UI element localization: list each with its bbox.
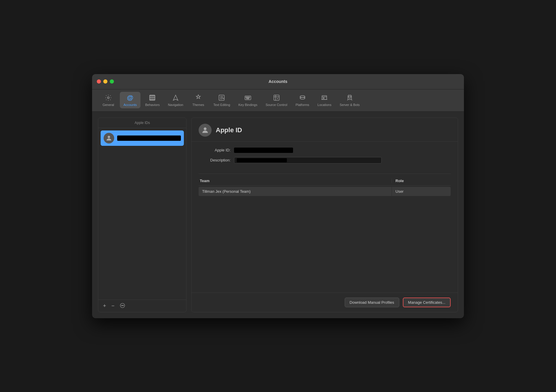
- traffic-lights: [97, 79, 114, 84]
- svg-rect-11: [246, 97, 247, 98]
- svg-rect-13: [249, 97, 250, 98]
- svg-rect-3: [150, 99, 155, 100]
- account-item[interactable]: [101, 130, 184, 146]
- description-field[interactable]: [234, 157, 382, 164]
- table-header: Team Role: [199, 179, 451, 186]
- tab-themes-label: Themes: [192, 103, 204, 107]
- svg-rect-15: [274, 95, 279, 100]
- svg-point-37: [122, 305, 123, 306]
- toolbar: General @ Accounts Behaviors: [92, 89, 464, 112]
- behaviors-icon: [148, 94, 156, 102]
- tab-text-editing-label: Text Editing: [213, 103, 230, 107]
- at-icon: @: [126, 94, 134, 102]
- title-bar: Accounts: [92, 74, 464, 89]
- svg-point-38: [123, 305, 124, 306]
- svg-rect-24: [323, 98, 324, 99]
- remove-account-button[interactable]: −: [110, 303, 116, 309]
- tab-key-bindings-label: Key Bindings: [238, 103, 257, 107]
- tab-source-control-label: Source Control: [266, 103, 287, 107]
- account-name-redacted: [117, 135, 181, 141]
- left-panel-header: Apple IDs: [98, 118, 186, 128]
- svg-point-27: [348, 96, 349, 97]
- svg-point-39: [204, 127, 206, 130]
- svg-point-36: [121, 305, 122, 306]
- svg-line-33: [351, 99, 352, 100]
- svg-point-19: [300, 97, 305, 99]
- tab-server-bots-label: Server & Bots: [340, 103, 360, 107]
- table-row[interactable]: Tillman Jex (Personal Team) User: [199, 187, 451, 196]
- locations-icon: [320, 94, 328, 102]
- panel-footer: + −: [98, 300, 186, 312]
- apple-id-title: Apple ID: [216, 126, 242, 134]
- svg-point-28: [350, 96, 351, 97]
- window-title: Accounts: [269, 79, 287, 84]
- description-row: Description:: [199, 157, 451, 164]
- avatar: [104, 133, 114, 143]
- svg-marker-5: [173, 95, 178, 100]
- apple-id-avatar: [199, 124, 212, 137]
- tab-platforms-label: Platforms: [295, 103, 309, 107]
- svg-rect-22: [322, 96, 327, 99]
- svg-point-0: [107, 97, 109, 99]
- manage-certificates-button[interactable]: Manage Certificates...: [403, 298, 451, 307]
- svg-line-32: [347, 99, 348, 100]
- tab-server-bots[interactable]: Server & Bots: [336, 92, 363, 108]
- svg-rect-26: [348, 95, 351, 99]
- svg-rect-2: [150, 97, 155, 98]
- tab-accounts-label: Accounts: [123, 103, 137, 107]
- more-options-button[interactable]: [119, 302, 126, 310]
- tab-platforms[interactable]: Platforms: [292, 92, 313, 108]
- cell-team: Tillman Jex (Personal Team): [199, 187, 392, 196]
- col-role-header: Role: [392, 179, 451, 183]
- apple-id-label: Apple ID:: [199, 148, 234, 152]
- apple-id-header: Apple ID: [192, 118, 458, 142]
- tab-themes[interactable]: Themes: [188, 92, 209, 108]
- tab-navigation[interactable]: Navigation: [164, 92, 187, 108]
- tab-source-control[interactable]: Source Control: [262, 92, 291, 108]
- tab-behaviors[interactable]: Behaviors: [142, 92, 163, 108]
- col-team-header: Team: [199, 179, 392, 183]
- right-panel: Apple ID Apple ID: Description:: [191, 117, 458, 312]
- button-row: Download Manual Profiles Manage Certific…: [192, 293, 458, 312]
- tab-text-editing[interactable]: Text Editing: [210, 92, 234, 108]
- text-editing-icon: [218, 94, 226, 102]
- source-control-icon: [272, 94, 281, 102]
- tab-general[interactable]: General: [98, 92, 119, 108]
- themes-icon: [194, 94, 202, 102]
- tab-locations-label: Locations: [318, 103, 331, 107]
- description-value-redacted: [237, 158, 287, 162]
- table-section: Team Role Tillman Jex (Personal Team) Us…: [192, 174, 458, 201]
- svg-rect-14: [246, 98, 249, 99]
- form-section: Apple ID: Description:: [192, 142, 458, 174]
- tab-key-bindings[interactable]: Key Bindings: [235, 92, 261, 108]
- account-list: [98, 128, 186, 300]
- svg-rect-1: [150, 96, 155, 96]
- left-panel: Apple IDs + −: [98, 117, 187, 312]
- apple-id-row: Apple ID:: [199, 148, 451, 153]
- gear-icon: [104, 94, 112, 102]
- minimize-button[interactable]: [103, 79, 107, 84]
- apple-id-value-redacted: [234, 148, 293, 153]
- svg-rect-12: [247, 97, 248, 98]
- cell-role: User: [392, 187, 451, 196]
- tab-accounts[interactable]: @ Accounts: [120, 92, 140, 108]
- description-label: Description:: [199, 158, 234, 162]
- key-bindings-icon: [244, 94, 252, 102]
- navigation-icon: [171, 94, 180, 102]
- maximize-button[interactable]: [110, 79, 114, 84]
- svg-point-18: [300, 96, 305, 97]
- main-window: Accounts General @ Accounts: [92, 74, 464, 318]
- server-bots-icon: [346, 94, 354, 102]
- download-manual-profiles-button[interactable]: Download Manual Profiles: [345, 298, 399, 307]
- tab-general-label: General: [102, 103, 114, 107]
- platforms-icon: [298, 94, 307, 102]
- svg-point-34: [108, 136, 110, 138]
- tab-locations[interactable]: Locations: [314, 92, 335, 108]
- content-area: Apple IDs + −: [92, 112, 464, 318]
- tab-behaviors-label: Behaviors: [145, 103, 160, 107]
- tab-navigation-label: Navigation: [168, 103, 183, 107]
- close-button[interactable]: [97, 79, 101, 84]
- add-account-button[interactable]: +: [102, 303, 107, 309]
